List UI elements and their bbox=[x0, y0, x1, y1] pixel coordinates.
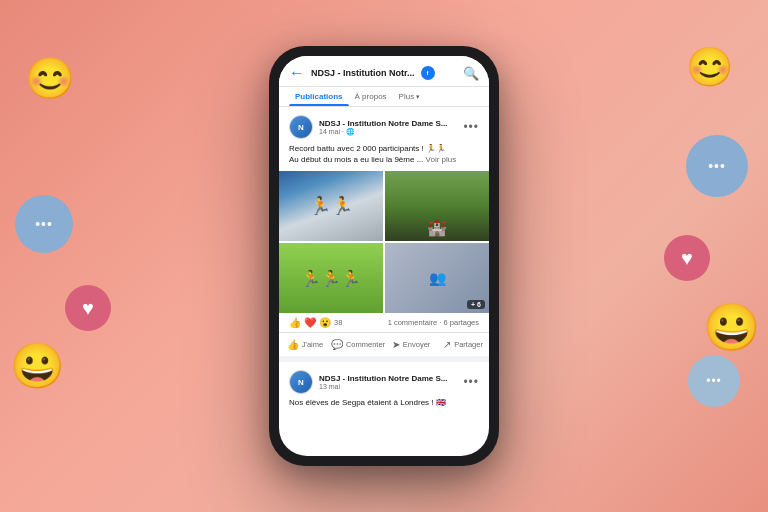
reactions-right: 1 commentaire · 6 partages bbox=[388, 318, 479, 327]
top-bar: ← NDSJ - Institution Notr... f 🔍 bbox=[279, 56, 489, 87]
comment-button[interactable]: 💬 Commenter bbox=[331, 336, 385, 353]
share-icon: ↗ bbox=[443, 339, 451, 350]
avatar-inner: N bbox=[290, 116, 312, 138]
post-2-header: N NDSJ - Institution Notre Dame S... 13 … bbox=[279, 362, 489, 398]
post-1-author: NDSJ - Institution Notre Dame S... bbox=[319, 119, 447, 128]
deco-smiley-right-mid: 😀 bbox=[703, 300, 760, 354]
nav-tabs: Publications À propos Plus ▾ bbox=[279, 87, 489, 107]
post-1-menu[interactable]: ••• bbox=[463, 120, 479, 134]
photo-2[interactable]: 🏰 bbox=[385, 171, 489, 241]
phone: ← NDSJ - Institution Notr... f 🔍 Publica… bbox=[269, 46, 499, 466]
tab-publications[interactable]: Publications bbox=[289, 87, 349, 106]
comment-label: Commenter bbox=[346, 340, 385, 349]
reactions-bar: 👍 ❤️ 😮 38 1 commentaire · 6 partages bbox=[279, 313, 489, 333]
globe-icon: 🌐 bbox=[346, 128, 355, 136]
post-1-avatar: N bbox=[289, 115, 313, 139]
deco-smiley-left-bottom: 😀 bbox=[10, 340, 65, 392]
deco-smiley-right-top: 😊 bbox=[686, 45, 733, 89]
deco-heart-left: ♥ bbox=[65, 285, 111, 331]
post-1-date: 14 mai · 🌐 bbox=[319, 128, 447, 136]
photo-4[interactable]: 👥 + 6 bbox=[385, 243, 489, 313]
post-card-1: N NDSJ - Institution Notre Dame S... 14 … bbox=[279, 107, 489, 362]
action-buttons: 👍 J'aime 💬 Commenter ➤ Envoyer ↗ bbox=[279, 333, 489, 356]
share-label: Partager bbox=[454, 340, 483, 349]
post-2-date: 13 mai bbox=[319, 383, 447, 390]
phone-screen: ← NDSJ - Institution Notr... f 🔍 Publica… bbox=[279, 56, 489, 456]
deco-bubble-right-top: ••• bbox=[686, 135, 748, 197]
deco-heart-right: ♥ bbox=[664, 235, 710, 281]
reaction-like-icon: 👍 bbox=[289, 317, 301, 328]
send-icon: ➤ bbox=[392, 339, 400, 350]
deco-bubble-left-mid: ••• bbox=[15, 195, 73, 253]
avatar-2-inner: N bbox=[290, 371, 312, 393]
like-label: J'aime bbox=[302, 340, 323, 349]
tab-apropos[interactable]: À propos bbox=[349, 87, 393, 106]
send-button[interactable]: ➤ Envoyer bbox=[385, 336, 437, 353]
like-icon: 👍 bbox=[287, 339, 299, 350]
reaction-wow-icon: 😮 bbox=[319, 317, 331, 328]
comment-icon: 💬 bbox=[331, 339, 343, 350]
deco-bubble-right-bottom: ••• bbox=[688, 355, 740, 407]
post-2-header-left: N NDSJ - Institution Notre Dame S... 13 … bbox=[289, 370, 447, 394]
post-2-meta: NDSJ - Institution Notre Dame S... 13 ma… bbox=[319, 374, 447, 390]
photo-3[interactable]: 🏃🏃🏃 bbox=[279, 243, 383, 313]
reaction-count: 38 bbox=[334, 318, 342, 327]
page-title: NDSJ - Institution Notr... bbox=[311, 68, 415, 78]
post-2-avatar: N bbox=[289, 370, 313, 394]
tab-plus[interactable]: Plus ▾ bbox=[393, 87, 427, 106]
see-more[interactable]: Voir plus bbox=[426, 155, 457, 164]
post-2-author: NDSJ - Institution Notre Dame S... bbox=[319, 374, 447, 383]
reactions-left: 👍 ❤️ 😮 38 bbox=[289, 317, 342, 328]
top-bar-left: ← NDSJ - Institution Notr... f bbox=[289, 64, 435, 82]
post-2-text: Nos élèves de Segpa étaient à Londres ! … bbox=[279, 398, 489, 413]
share-button[interactable]: ↗ Partager bbox=[437, 336, 489, 353]
phone-body: ← NDSJ - Institution Notr... f 🔍 Publica… bbox=[269, 46, 499, 466]
back-button[interactable]: ← bbox=[289, 64, 305, 82]
post-1-text: Record battu avec 2 000 participants ! 🏃… bbox=[279, 143, 489, 171]
post-2-menu[interactable]: ••• bbox=[463, 375, 479, 389]
search-icon[interactable]: 🔍 bbox=[463, 66, 479, 81]
fb-badge: f bbox=[421, 66, 435, 80]
photo-grid: 🏃🏃 🏰 🏃🏃🏃 bbox=[279, 171, 489, 313]
like-button[interactable]: 👍 J'aime bbox=[279, 336, 331, 353]
feed: N NDSJ - Institution Notre Dame S... 14 … bbox=[279, 107, 489, 456]
reaction-heart-icon: ❤️ bbox=[304, 317, 316, 328]
photo-1[interactable]: 🏃🏃 bbox=[279, 171, 383, 241]
post-1-header-left: N NDSJ - Institution Notre Dame S... 14 … bbox=[289, 115, 447, 139]
photo-4-overlay: + 6 bbox=[467, 300, 485, 309]
post-1-meta: NDSJ - Institution Notre Dame S... 14 ma… bbox=[319, 119, 447, 136]
post-1-header: N NDSJ - Institution Notre Dame S... 14 … bbox=[279, 107, 489, 143]
post-card-2: N NDSJ - Institution Notre Dame S... 13 … bbox=[279, 362, 489, 413]
send-label: Envoyer bbox=[403, 340, 431, 349]
deco-smiley-left-top: 😊 bbox=[25, 55, 75, 102]
